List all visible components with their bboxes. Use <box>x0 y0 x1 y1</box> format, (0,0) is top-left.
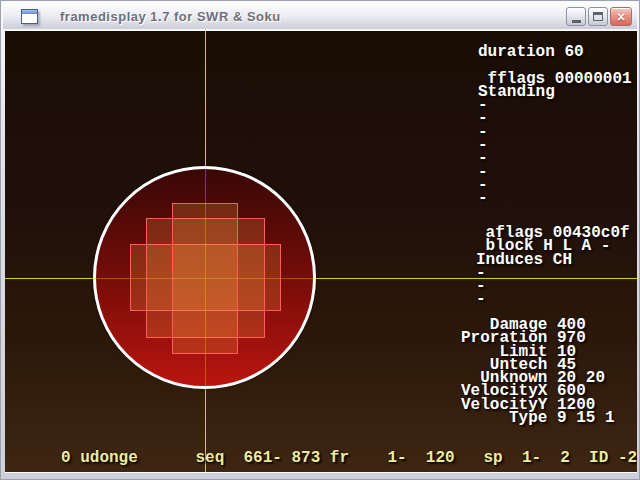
minimize-icon <box>572 20 581 23</box>
close-icon: × <box>617 10 625 24</box>
axis-vertical-overlay <box>205 31 206 472</box>
maximize-icon <box>593 12 603 21</box>
window-icon <box>21 9 38 24</box>
attack-stats-text: Damage 400 Proration 970 Limit 10 Untech… <box>461 319 615 425</box>
frame-info-text: duration 60 fflags 00000001 Standing - -… <box>478 46 632 206</box>
hitbox-viewport[interactable]: duration 60 fflags 00000001 Standing - -… <box>5 31 637 472</box>
maximize-button[interactable] <box>588 7 608 26</box>
status-line: 0 udonge seq 661- 873 fr 1- 120 sp 1- 2 … <box>61 452 637 465</box>
minimize-button[interactable] <box>566 7 586 26</box>
app-window: framedisplay 1.7 for SWR & Soku × durati… <box>0 0 640 480</box>
title-bar[interactable]: framedisplay 1.7 for SWR & Soku × <box>3 3 637 29</box>
window-title: framedisplay 1.7 for SWR & Soku <box>60 9 281 24</box>
window-controls: × <box>566 7 632 26</box>
attack-flags-text: aflags 00430c0f block H L A - Induces CH… <box>476 227 630 307</box>
close-button[interactable]: × <box>610 7 632 26</box>
